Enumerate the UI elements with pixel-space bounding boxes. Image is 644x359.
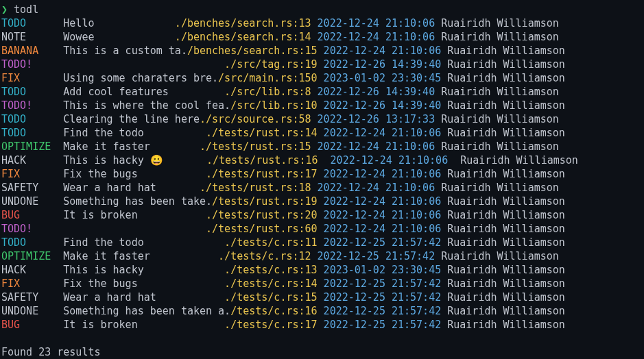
result-timestamp: 2022-12-26 14:39:40: [324, 58, 442, 71]
result-row: TODO! ./tests/rust.rs:60 2022-12-24 21:1…: [1, 222, 643, 236]
result-description: [57, 58, 224, 71]
result-author: Ruairidh Williamson: [441, 16, 559, 30]
result-path: /benches/search.rs:15: [187, 44, 318, 58]
result-row: NOTE Wowee ./benches/search.rs:14 2022-1…: [1, 30, 643, 44]
result-description: This is where the cool fea.: [57, 99, 230, 112]
result-row: BUG It is broken ./tests/c.rs:17 2022-12…: [1, 318, 643, 332]
result-author: Ruairidh Williamson: [441, 181, 559, 195]
result-row: TODO Find the todo ./tests/c.rs:11 2022-…: [1, 236, 643, 249]
result-row: FIX Fix the bugs ./tests/rust.rs:17 2022…: [1, 167, 643, 181]
result-timestamp: 2023-01-02 23:30:45: [324, 71, 442, 85]
prompt-line[interactable]: ❯ todl: [1, 3, 643, 16]
result-tag: TODO!: [1, 58, 57, 71]
result-timestamp: 2022-12-24 21:10:06: [324, 153, 449, 167]
result-author: Ruairidh Williamson: [447, 44, 565, 58]
result-timestamp: 2022-12-24 21:10:06: [318, 181, 436, 195]
result-row: TODO Add cool features ./src/lib.rs:8 20…: [1, 85, 643, 99]
result-author: Ruairidh Williamson: [441, 30, 559, 44]
result-path: ./src/lib.rs:8: [224, 85, 311, 99]
result-tag: BUG: [1, 208, 57, 222]
result-description: Clearing the line here: [57, 112, 200, 126]
result-timestamp: 2022-12-25 21:57:42: [324, 290, 442, 304]
result-path: /tests/c.rs:16: [230, 304, 317, 318]
result-author: Ruairidh Williamson: [447, 195, 565, 208]
result-description: Make it faster: [57, 140, 200, 153]
result-description: Find the todo: [57, 236, 224, 249]
result-tag: TODO: [1, 126, 57, 140]
result-row: UNDONE Something has been taken a./tests…: [1, 304, 643, 318]
result-row: TODO Clearing the line here./src/source.…: [1, 112, 643, 126]
result-path: ./tests/c.rs:17: [224, 318, 317, 332]
result-author: Ruairidh Williamson: [441, 85, 559, 99]
result-path: ./tests/c.rs:11: [224, 236, 317, 249]
result-author: Ruairidh Williamson: [447, 304, 565, 318]
result-tag: TODO!: [1, 99, 57, 112]
result-tag: TODO: [1, 112, 57, 126]
result-author: Ruairidh Williamson: [447, 126, 565, 140]
result-timestamp: 2022-12-25 21:57:42: [324, 304, 442, 318]
result-description: Fix the bugs: [57, 167, 206, 181]
result-row: UNDONE Something has been take./tests/ru…: [1, 195, 643, 208]
result-row: FIX Using some charaters bre./src/main.r…: [1, 71, 643, 85]
result-author: Ruairidh Williamson: [454, 153, 578, 167]
result-timestamp: 2022-12-24 21:10:06: [318, 16, 436, 30]
result-row: TODO Find the todo ./tests/rust.rs:14 20…: [1, 126, 643, 140]
result-row: HACK This is hacky ./tests/c.rs:13 2023-…: [1, 263, 643, 277]
result-path: ./tests/c.rs:12: [218, 249, 311, 263]
result-row: BUG It is broken ./tests/rust.rs:20 2022…: [1, 208, 643, 222]
result-tag: SAFETY: [1, 181, 57, 195]
result-path: ./src/tag.rs:19: [224, 58, 317, 71]
result-author: Ruairidh Williamson: [441, 112, 559, 126]
result-tag: UNDONE: [1, 304, 57, 318]
result-row: SAFETY Wear a hard hat ./tests/c.rs:15 2…: [1, 290, 643, 304]
result-path: ./src/source.rs:58: [200, 112, 311, 126]
result-timestamp: 2022-12-24 21:10:06: [318, 140, 436, 153]
result-description: Fix the bugs: [57, 277, 224, 290]
result-timestamp: 2022-12-24 21:10:06: [318, 30, 436, 44]
result-description: This is hacky: [57, 263, 224, 277]
result-author: Ruairidh Williamson: [447, 263, 565, 277]
result-tag: FIX: [1, 167, 57, 181]
results-list: TODO Hello ./benches/search.rs:13 2022-1…: [1, 16, 643, 332]
result-timestamp: 2022-12-26 14:39:40: [318, 85, 436, 99]
result-description: Hello: [57, 16, 175, 30]
result-timestamp: 2023-01-02 23:30:45: [324, 263, 442, 277]
result-path: ./tests/c.rs:15: [224, 290, 317, 304]
result-description: Wear a hard hat: [57, 290, 224, 304]
prompt-symbol: ❯: [1, 3, 8, 16]
result-row: FIX Fix the bugs ./tests/c.rs:14 2022-12…: [1, 277, 643, 290]
result-path: /tests/rust.rs:19: [212, 195, 318, 208]
result-author: Ruairidh Williamson: [441, 249, 559, 263]
result-path: ./tests/c.rs:14: [224, 277, 317, 290]
result-tag: FIX: [1, 71, 57, 85]
result-author: Ruairidh Williamson: [447, 58, 565, 71]
result-author: Ruairidh Williamson: [447, 277, 565, 290]
result-description: Add cool features: [57, 85, 224, 99]
result-author: Ruairidh Williamson: [441, 140, 559, 153]
result-row: OPTIMIZE Make it faster ./tests/c.rs:12 …: [1, 249, 643, 263]
result-path: ./tests/rust.rs:16: [206, 153, 318, 167]
result-author: Ruairidh Williamson: [447, 318, 565, 332]
result-path: /src/lib.rs:10: [230, 99, 317, 112]
result-author: Ruairidh Williamson: [447, 99, 565, 112]
result-description: [57, 222, 206, 236]
result-tag: TODO: [1, 85, 57, 99]
result-author: Ruairidh Williamson: [447, 236, 565, 249]
result-author: Ruairidh Williamson: [447, 290, 565, 304]
result-description: Find the todo: [57, 126, 206, 140]
result-tag: UNDONE: [1, 195, 57, 208]
result-tag: TODO: [1, 236, 57, 249]
result-path: ./tests/rust.rs:60: [206, 222, 318, 236]
result-description: Something has been taken a.: [57, 304, 230, 318]
result-timestamp: 2022-12-25 21:57:42: [324, 236, 442, 249]
result-path: ./tests/rust.rs:14: [206, 126, 318, 140]
result-tag: FIX: [1, 277, 57, 290]
result-tag: OPTIMIZE: [1, 249, 57, 263]
result-timestamp: 2022-12-25 21:57:42: [324, 277, 442, 290]
result-description: Wowee: [57, 30, 175, 44]
result-row: BANANA This is a custom ta./benches/sear…: [1, 44, 643, 58]
result-timestamp: 2022-12-26 13:17:33: [318, 112, 436, 126]
result-author: Ruairidh Williamson: [447, 71, 565, 85]
result-description: It is broken: [57, 318, 224, 332]
result-path: ./tests/c.rs:13: [224, 263, 317, 277]
